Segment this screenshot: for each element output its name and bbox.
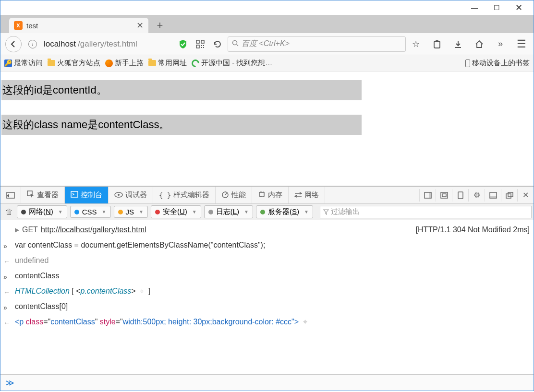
home-icon[interactable] [472,37,486,51]
svg-rect-0 [196,40,199,43]
http-method: GET [22,224,38,236]
settings-gear-icon[interactable]: ⚙ [468,189,481,202]
devtools-toggle-frame[interactable] [0,187,21,203]
url-box[interactable]: i localhost/gallery/test.html [24,36,141,52]
tab-title: test [26,22,133,30]
console-network-row[interactable]: ▶ GET http://localhost/gallery/test.html… [0,222,534,238]
bookmark-most-visited[interactable]: 🔑 最常访问 [4,59,43,68]
filter-network[interactable]: 网络(N) ▼ [17,205,67,218]
svg-point-16 [118,194,120,196]
downloads-icon[interactable] [451,37,465,51]
svg-rect-9 [434,41,440,48]
tab-close-button[interactable]: ✕ [136,20,144,31]
chevron-down-icon: ▼ [304,209,309,214]
console-output-row: <p class="contentClass" style="width:500… [0,314,534,330]
xampp-favicon-icon: X [14,21,23,30]
console-filter-input[interactable]: 过滤输出 [320,206,532,218]
performance-icon [221,190,229,200]
window-maximize-button[interactable]: ☐ [485,1,508,14]
filter-label: 网络(N) [29,207,53,216]
expand-triangle-icon[interactable]: ▶ [15,224,19,236]
devtools-close-icon[interactable]: ✕ [517,189,530,202]
paragraph-content-class: 这段的class name是contentClass。 [1,115,362,135]
new-tab-button[interactable]: + [152,18,168,33]
site-info-icon[interactable]: i [28,40,37,48]
search-icon [232,40,239,48]
filter-log[interactable]: 日志(L) ▼ [204,205,253,218]
devtools-tab-inspector[interactable]: 查看器 [21,187,65,203]
back-button[interactable] [5,36,22,52]
key-icon: 🔑 [4,59,12,67]
window-minimize-button[interactable]: — [463,1,485,14]
filter-placeholder: 过滤输出 [331,207,360,216]
folder-icon [148,60,156,66]
svg-rect-20 [259,192,264,196]
phone-icon [465,59,470,67]
responsive-icon[interactable] [452,189,464,202]
dock-bottom-icon[interactable] [485,189,497,202]
dot-icon [118,210,123,214]
dot-icon [74,210,79,214]
filter-js[interactable]: JS ▼ [114,206,148,218]
dot-icon [21,210,26,214]
svg-rect-4 [203,45,204,46]
devtools-tab-console[interactable]: 控制台 [65,187,109,203]
menu-hamburger-icon[interactable]: ☰ [514,37,529,51]
shield-icon[interactable] [176,37,190,51]
svg-rect-31 [441,192,448,198]
tab-label: 内存 [268,190,282,200]
devtools-tab-network[interactable]: 网络 [289,187,325,203]
devtools-tab-style[interactable]: { } 样式编辑器 [153,187,216,203]
svg-line-8 [237,45,238,46]
target-icon[interactable]: ⌖ [140,287,144,295]
window-close-button[interactable]: ✕ [508,1,530,14]
popout-icon[interactable] [501,189,513,202]
search-placeholder: 百度 <Ctrl+K> [242,39,290,49]
inspector-icon [27,190,35,200]
console-code: contentClass[0] [15,301,68,312]
console-output-row: HTMLCollection [ <p.contentClass> ⌖ ] [0,284,534,299]
search-box[interactable]: 百度 <Ctrl+K> [228,36,406,52]
svg-rect-6 [203,47,204,48]
clipboard-icon[interactable] [430,37,444,51]
filter-label: 服务器(S) [268,207,299,216]
toolbar-right-icons: ☆ » ☰ [409,37,529,51]
devtools-tab-performance[interactable]: 性能 [216,187,252,203]
bookmark-firefox-official[interactable]: 火狐官方站点 [48,59,100,68]
overflow-icon[interactable]: » [493,37,508,51]
devtools-panel: 查看器 控制台 调试器 { } 样式编辑器 [0,186,534,391]
target-icon[interactable]: ⌖ [303,318,307,326]
filter-security[interactable]: 安全(U) ▼ [151,205,201,218]
console-output[interactable]: ▶ GET http://localhost/gallery/test.html… [0,220,534,374]
console-result: undefined [15,255,49,266]
bookmark-star-icon[interactable]: ☆ [409,37,423,51]
dock-window-icon[interactable] [436,189,448,202]
browser-tab[interactable]: X test ✕ [9,18,148,33]
clear-console-button[interactable]: 🗑 [2,208,16,216]
bookmark-mobile[interactable]: 移动设备上的书签 [465,59,530,68]
style-icon: { } [159,191,171,199]
qr-icon[interactable] [193,37,207,51]
reload-button[interactable] [210,37,225,51]
devtools-tab-debugger[interactable]: 调试器 [109,187,153,203]
devtools-tab-memory[interactable]: 内存 [252,187,289,203]
tab-strip: X test ✕ + [0,15,534,33]
filter-label: JS [126,208,134,216]
svg-point-7 [232,40,237,45]
console-prompt[interactable]: ≫ [0,374,534,391]
http-url[interactable]: http://localhost/gallery/test.html [41,224,146,236]
bookmark-oschina[interactable]: 开源中国 - 找到您想… [192,59,272,68]
bookmark-getting-started[interactable]: 新手上路 [105,59,144,68]
page-content: 这段的id是contentId。 这段的class name是contentCl… [0,71,534,186]
svg-rect-1 [201,40,204,43]
dot-icon [260,210,265,214]
svg-rect-5 [201,47,202,48]
svg-rect-2 [196,45,199,48]
filter-css[interactable]: CSS ▼ [70,206,111,218]
filter-server[interactable]: 服务器(S) ▼ [256,205,313,218]
funnel-icon [323,209,329,215]
dock-side-icon[interactable] [419,189,432,202]
console-output-row: undefined [0,253,534,268]
bookmark-common-urls[interactable]: 常用网址 [148,59,187,68]
bookmark-label: 火狐官方站点 [57,59,100,68]
